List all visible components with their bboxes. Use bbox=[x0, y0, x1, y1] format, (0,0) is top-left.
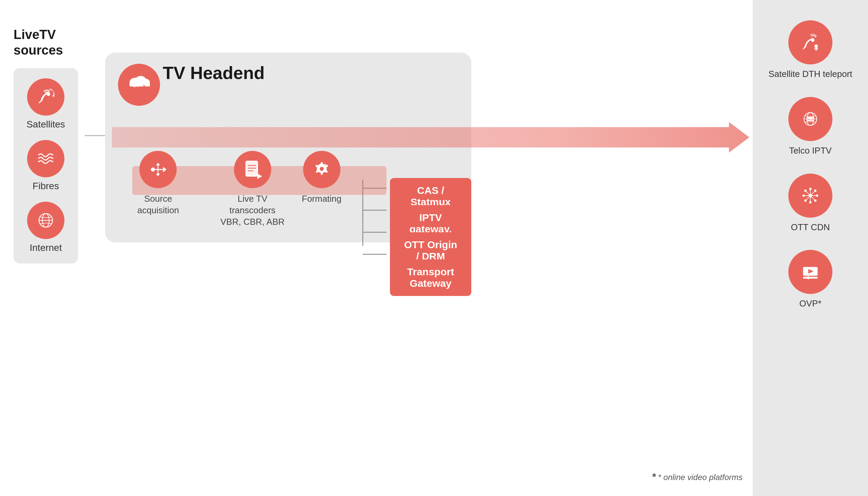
svg-marker-35 bbox=[112, 122, 749, 153]
svg-point-55 bbox=[804, 189, 807, 192]
svg-rect-40 bbox=[816, 47, 817, 50]
headend-title: TV Headend bbox=[163, 63, 265, 83]
dest-ovp: OVP* bbox=[788, 250, 832, 310]
svg-marker-26 bbox=[257, 174, 262, 179]
cdn-icon bbox=[800, 185, 821, 206]
footnote-text: * online video platforms bbox=[658, 472, 743, 482]
transcoders-label: Live TVtranscodersVBR, CBR, ABR bbox=[220, 193, 284, 228]
svg-point-14 bbox=[151, 168, 155, 172]
fibres-label: Fibres bbox=[33, 181, 59, 191]
satellite-dth-icon-circle bbox=[788, 20, 832, 64]
dest-satellite-dth: Satellite DTH teleport bbox=[768, 20, 852, 80]
footnote: * * online video platforms bbox=[652, 471, 743, 482]
ott-cdn-label: OTT CDN bbox=[791, 222, 830, 233]
dest-telco-iptv: TELCO Telco IPTV bbox=[788, 97, 832, 157]
svg-marker-18 bbox=[156, 163, 160, 166]
svg-point-51 bbox=[809, 187, 812, 190]
svg-text:TELCO: TELCO bbox=[807, 118, 814, 120]
telco-iptv-label: Telco IPTV bbox=[789, 145, 832, 157]
fibres-icon bbox=[36, 149, 56, 169]
svg-point-57 bbox=[804, 199, 807, 202]
satellites-label: Satellites bbox=[27, 119, 65, 130]
svg-point-39 bbox=[815, 44, 818, 48]
livetv-title: LiveTV sources bbox=[14, 27, 81, 58]
svg-point-54 bbox=[816, 194, 818, 197]
internet-label: Internet bbox=[30, 243, 62, 253]
svg-marker-20 bbox=[156, 174, 160, 176]
ovp-icon-circle bbox=[788, 250, 832, 294]
svg-point-1 bbox=[47, 93, 50, 96]
telco-icon-circle: TELCO bbox=[788, 97, 832, 141]
source-acquisition-icon bbox=[139, 151, 177, 188]
fibres-icon-circle bbox=[27, 140, 64, 177]
source-item-internet: Internet bbox=[27, 202, 64, 253]
svg-point-37 bbox=[811, 38, 815, 42]
right-panel: Satellite DTH teleport TELCO Telco IP bbox=[753, 0, 868, 496]
telco-icon: TELCO bbox=[800, 109, 821, 129]
internet-icon bbox=[36, 210, 56, 231]
main-container: LiveTV sources bbox=[0, 0, 868, 496]
process-formating: Formating bbox=[302, 151, 341, 205]
big-arrow bbox=[112, 122, 749, 153]
internet-icon-circle bbox=[27, 202, 64, 239]
dest-ott-cdn: OTT CDN bbox=[788, 174, 832, 233]
svg-point-52 bbox=[809, 201, 812, 203]
source-item-satellites: Satellites bbox=[27, 78, 65, 130]
sources-box: Satellites Fibres bbox=[14, 68, 78, 263]
svg-point-56 bbox=[814, 189, 817, 192]
ovp-label: OVP* bbox=[799, 298, 821, 310]
svg-marker-16 bbox=[163, 167, 167, 172]
svg-point-3 bbox=[36, 149, 55, 168]
svg-point-53 bbox=[803, 194, 805, 197]
cdn-icon-circle bbox=[788, 174, 832, 218]
source-item-fibres: Fibres bbox=[27, 140, 64, 191]
ovp-icon bbox=[800, 262, 821, 282]
left-panel: LiveTV sources bbox=[14, 27, 81, 263]
svg-rect-29 bbox=[321, 168, 323, 170]
output-transport: Transport Gateway bbox=[390, 259, 471, 296]
cloud-icon-wrapper bbox=[117, 63, 161, 108]
transport-gateway-box: Transport Gateway bbox=[390, 259, 471, 296]
satellite-icon-circle bbox=[27, 78, 64, 115]
satellite-dth-label: Satellite DTH teleport bbox=[768, 68, 852, 80]
formating-svg bbox=[312, 159, 332, 180]
svg-point-71 bbox=[807, 276, 810, 279]
cloud-icon bbox=[117, 63, 161, 107]
transcoder-svg bbox=[243, 159, 263, 180]
svg-rect-13 bbox=[129, 82, 150, 87]
svg-point-58 bbox=[814, 199, 817, 202]
formating-icon bbox=[303, 151, 340, 188]
svg-rect-21 bbox=[246, 161, 258, 176]
asterisk: * bbox=[652, 471, 656, 482]
satellite-dth-icon bbox=[800, 32, 821, 52]
formating-label: Formating bbox=[302, 193, 341, 205]
svg-rect-70 bbox=[803, 277, 818, 279]
source-acq-svg bbox=[148, 159, 168, 180]
satellite-icon bbox=[36, 87, 56, 107]
source-acquisition-label: Sourceacquisition bbox=[137, 193, 179, 216]
transcoder-icon bbox=[234, 151, 271, 188]
